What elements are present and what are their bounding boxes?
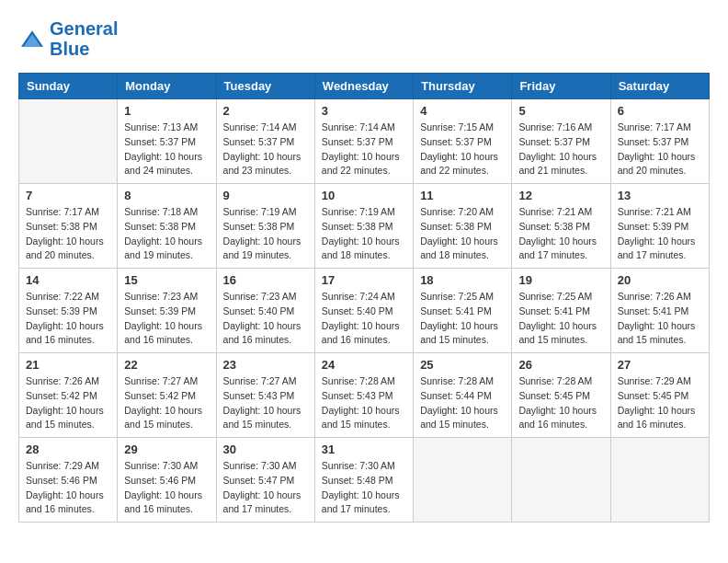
day-number: 26 bbox=[518, 358, 603, 372]
day-number: 4 bbox=[420, 104, 505, 118]
calendar-header-row: SundayMondayTuesdayWednesdayThursdayFrid… bbox=[19, 74, 710, 99]
calendar-table: SundayMondayTuesdayWednesdayThursdayFrid… bbox=[18, 73, 710, 523]
day-info: Sunrise: 7:26 AMSunset: 5:41 PMDaylight:… bbox=[618, 290, 702, 348]
day-info: Sunrise: 7:17 AMSunset: 5:38 PMDaylight:… bbox=[26, 205, 110, 263]
day-info: Sunrise: 7:19 AMSunset: 5:38 PMDaylight:… bbox=[322, 205, 406, 263]
day-info: Sunrise: 7:24 AMSunset: 5:40 PMDaylight:… bbox=[322, 290, 406, 348]
calendar-cell: 2Sunrise: 7:14 AMSunset: 5:37 PMDaylight… bbox=[216, 99, 314, 184]
day-info: Sunrise: 7:23 AMSunset: 5:40 PMDaylight:… bbox=[223, 290, 308, 348]
day-number: 11 bbox=[420, 189, 505, 202]
day-info: Sunrise: 7:28 AMSunset: 5:44 PMDaylight:… bbox=[420, 374, 505, 432]
calendar-cell: 13Sunrise: 7:21 AMSunset: 5:39 PMDayligh… bbox=[610, 184, 709, 269]
day-number: 2 bbox=[223, 104, 308, 118]
day-info: Sunrise: 7:14 AMSunset: 5:37 PMDaylight:… bbox=[223, 121, 308, 178]
calendar-header-saturday: Saturday bbox=[610, 74, 709, 99]
day-number: 15 bbox=[124, 273, 209, 287]
calendar-cell: 24Sunrise: 7:28 AMSunset: 5:43 PMDayligh… bbox=[314, 353, 413, 438]
calendar-cell: 23Sunrise: 7:27 AMSunset: 5:43 PMDayligh… bbox=[216, 353, 314, 438]
calendar-week-row: 14Sunrise: 7:22 AMSunset: 5:39 PMDayligh… bbox=[19, 269, 710, 353]
calendar-header-wednesday: Wednesday bbox=[314, 74, 413, 99]
day-info: Sunrise: 7:25 AMSunset: 5:41 PMDaylight:… bbox=[420, 290, 505, 348]
day-info: Sunrise: 7:28 AMSunset: 5:45 PMDaylight:… bbox=[518, 374, 603, 432]
logo-text: General Blue bbox=[50, 18, 118, 59]
day-info: Sunrise: 7:18 AMSunset: 5:38 PMDaylight:… bbox=[124, 205, 209, 263]
day-info: Sunrise: 7:22 AMSunset: 5:39 PMDaylight:… bbox=[26, 290, 110, 348]
calendar-cell: 10Sunrise: 7:19 AMSunset: 5:38 PMDayligh… bbox=[314, 184, 413, 269]
day-number: 5 bbox=[518, 104, 603, 118]
day-info: Sunrise: 7:30 AMSunset: 5:47 PMDaylight:… bbox=[223, 459, 308, 517]
day-info: Sunrise: 7:27 AMSunset: 5:43 PMDaylight:… bbox=[223, 374, 308, 432]
day-info: Sunrise: 7:21 AMSunset: 5:38 PMDaylight:… bbox=[518, 205, 603, 263]
calendar-cell: 19Sunrise: 7:25 AMSunset: 5:41 PMDayligh… bbox=[512, 269, 610, 353]
day-number: 10 bbox=[322, 189, 406, 202]
calendar-cell: 30Sunrise: 7:30 AMSunset: 5:47 PMDayligh… bbox=[216, 438, 314, 523]
calendar-week-row: 1Sunrise: 7:13 AMSunset: 5:37 PMDaylight… bbox=[19, 99, 710, 184]
calendar-cell: 27Sunrise: 7:29 AMSunset: 5:45 PMDayligh… bbox=[610, 353, 709, 438]
calendar-cell: 6Sunrise: 7:17 AMSunset: 5:37 PMDaylight… bbox=[610, 99, 709, 184]
calendar-cell: 28Sunrise: 7:29 AMSunset: 5:46 PMDayligh… bbox=[19, 438, 118, 523]
calendar-cell: 31Sunrise: 7:30 AMSunset: 5:48 PMDayligh… bbox=[314, 438, 413, 523]
calendar-cell: 9Sunrise: 7:19 AMSunset: 5:38 PMDaylight… bbox=[216, 184, 314, 269]
calendar-cell: 29Sunrise: 7:30 AMSunset: 5:46 PMDayligh… bbox=[118, 438, 216, 523]
calendar-cell: 8Sunrise: 7:18 AMSunset: 5:38 PMDaylight… bbox=[118, 184, 216, 269]
day-info: Sunrise: 7:15 AMSunset: 5:37 PMDaylight:… bbox=[420, 121, 505, 178]
day-number: 1 bbox=[124, 104, 209, 118]
day-number: 13 bbox=[618, 189, 702, 202]
day-number: 7 bbox=[26, 189, 110, 202]
day-number: 19 bbox=[518, 273, 603, 287]
calendar-header-thursday: Thursday bbox=[414, 74, 512, 99]
day-info: Sunrise: 7:29 AMSunset: 5:45 PMDaylight:… bbox=[618, 374, 702, 432]
day-info: Sunrise: 7:13 AMSunset: 5:37 PMDaylight:… bbox=[124, 121, 209, 178]
day-info: Sunrise: 7:27 AMSunset: 5:42 PMDaylight:… bbox=[124, 374, 209, 432]
day-number: 17 bbox=[322, 273, 406, 287]
day-number: 24 bbox=[322, 358, 406, 372]
day-number: 23 bbox=[223, 358, 308, 372]
day-info: Sunrise: 7:25 AMSunset: 5:41 PMDaylight:… bbox=[518, 290, 603, 348]
day-number: 9 bbox=[223, 189, 308, 202]
calendar-cell bbox=[414, 438, 512, 523]
day-info: Sunrise: 7:26 AMSunset: 5:42 PMDaylight:… bbox=[26, 374, 110, 432]
day-number: 6 bbox=[618, 104, 702, 118]
day-info: Sunrise: 7:30 AMSunset: 5:48 PMDaylight:… bbox=[322, 459, 406, 517]
calendar-header-friday: Friday bbox=[512, 74, 610, 99]
calendar-cell: 17Sunrise: 7:24 AMSunset: 5:40 PMDayligh… bbox=[314, 269, 413, 353]
calendar-cell bbox=[512, 438, 610, 523]
calendar-cell: 16Sunrise: 7:23 AMSunset: 5:40 PMDayligh… bbox=[216, 269, 314, 353]
day-number: 30 bbox=[223, 442, 308, 456]
logo: General Blue bbox=[18, 18, 118, 59]
calendar-week-row: 21Sunrise: 7:26 AMSunset: 5:42 PMDayligh… bbox=[19, 353, 710, 438]
calendar-cell: 12Sunrise: 7:21 AMSunset: 5:38 PMDayligh… bbox=[512, 184, 610, 269]
calendar-week-row: 28Sunrise: 7:29 AMSunset: 5:46 PMDayligh… bbox=[19, 438, 710, 523]
day-number: 27 bbox=[618, 358, 702, 372]
day-number: 8 bbox=[124, 189, 209, 202]
calendar-cell: 25Sunrise: 7:28 AMSunset: 5:44 PMDayligh… bbox=[414, 353, 512, 438]
page-header: General Blue bbox=[18, 18, 710, 59]
calendar-cell: 14Sunrise: 7:22 AMSunset: 5:39 PMDayligh… bbox=[19, 269, 118, 353]
day-number: 28 bbox=[26, 442, 110, 456]
day-number: 22 bbox=[124, 358, 209, 372]
day-number: 20 bbox=[618, 273, 702, 287]
calendar-cell: 7Sunrise: 7:17 AMSunset: 5:38 PMDaylight… bbox=[19, 184, 118, 269]
calendar-cell: 21Sunrise: 7:26 AMSunset: 5:42 PMDayligh… bbox=[19, 353, 118, 438]
calendar-cell: 5Sunrise: 7:16 AMSunset: 5:37 PMDaylight… bbox=[512, 99, 610, 184]
calendar-cell: 15Sunrise: 7:23 AMSunset: 5:39 PMDayligh… bbox=[118, 269, 216, 353]
day-number: 21 bbox=[26, 358, 110, 372]
calendar-cell: 11Sunrise: 7:20 AMSunset: 5:38 PMDayligh… bbox=[414, 184, 512, 269]
day-info: Sunrise: 7:30 AMSunset: 5:46 PMDaylight:… bbox=[124, 459, 209, 517]
logo-icon bbox=[18, 29, 46, 48]
calendar-cell: 4Sunrise: 7:15 AMSunset: 5:37 PMDaylight… bbox=[414, 99, 512, 184]
day-number: 3 bbox=[322, 104, 406, 118]
day-number: 14 bbox=[26, 273, 110, 287]
day-number: 31 bbox=[322, 442, 406, 456]
day-info: Sunrise: 7:19 AMSunset: 5:38 PMDaylight:… bbox=[223, 205, 308, 263]
calendar-week-row: 7Sunrise: 7:17 AMSunset: 5:38 PMDaylight… bbox=[19, 184, 710, 269]
calendar-cell: 18Sunrise: 7:25 AMSunset: 5:41 PMDayligh… bbox=[414, 269, 512, 353]
calendar-cell: 22Sunrise: 7:27 AMSunset: 5:42 PMDayligh… bbox=[118, 353, 216, 438]
calendar-cell: 3Sunrise: 7:14 AMSunset: 5:37 PMDaylight… bbox=[314, 99, 413, 184]
day-number: 25 bbox=[420, 358, 505, 372]
day-info: Sunrise: 7:21 AMSunset: 5:39 PMDaylight:… bbox=[618, 205, 702, 263]
calendar-cell: 20Sunrise: 7:26 AMSunset: 5:41 PMDayligh… bbox=[610, 269, 709, 353]
calendar-cell: 1Sunrise: 7:13 AMSunset: 5:37 PMDaylight… bbox=[118, 99, 216, 184]
calendar-cell: 26Sunrise: 7:28 AMSunset: 5:45 PMDayligh… bbox=[512, 353, 610, 438]
day-info: Sunrise: 7:23 AMSunset: 5:39 PMDaylight:… bbox=[124, 290, 209, 348]
